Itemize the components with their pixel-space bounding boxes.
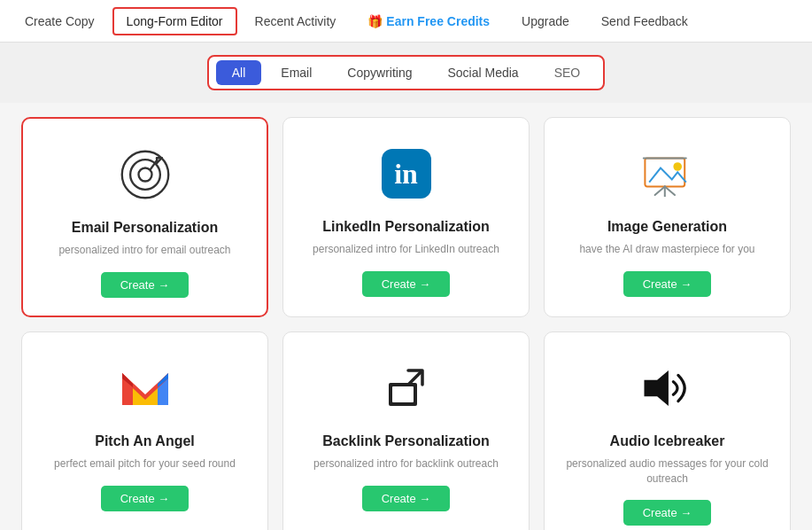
filter-email[interactable]: Email	[265, 60, 328, 85]
image-generation-title: Image Generation	[607, 219, 727, 235]
svg-line-15	[408, 371, 421, 385]
card-linkedin-personalization: in LinkedIn Personalization personalized…	[282, 117, 530, 317]
linkedin-icon: in	[375, 143, 437, 205]
card-audio-icebreaker: Audio Icebreaker personalized audio mess…	[544, 331, 791, 530]
cards-row-1: Email Personalization personalized intro…	[21, 117, 791, 317]
filter-social-media[interactable]: Social Media	[431, 60, 534, 85]
svg-marker-16	[644, 370, 668, 406]
image-generation-create-btn[interactable]: Create →	[623, 271, 712, 297]
nav-create-copy[interactable]: Create Copy	[11, 7, 109, 35]
email-personalization-create-btn[interactable]: Create →	[101, 272, 189, 298]
nav-send-feedback[interactable]: Send Feedback	[587, 7, 702, 35]
audio-icebreaker-title: Audio Icebreaker	[610, 433, 725, 449]
linkedin-personalization-create-btn[interactable]: Create →	[362, 271, 451, 297]
backlink-personalization-title: Backlink Personalization	[322, 433, 490, 449]
nav-earn-free-credits[interactable]: Earn Free Credits	[353, 7, 504, 35]
top-nav: Create Copy Long-Form Editor Recent Acti…	[0, 0, 812, 43]
email-personalization-title: Email Personalization	[72, 220, 218, 236]
nav-recent-activity[interactable]: Recent Activity	[241, 7, 351, 35]
share-icon	[375, 357, 437, 419]
pitch-an-angel-create-btn[interactable]: Create →	[101, 486, 189, 511]
linkedin-personalization-desc: personalized intro for LinkedIn outreach	[313, 242, 499, 257]
image-generation-desc: have the AI draw masterpiece for you	[579, 242, 754, 257]
card-pitch-an-angel: Pitch An Angel perfect email pitch for y…	[21, 331, 268, 530]
svg-line-9	[654, 186, 664, 195]
backlink-personalization-desc: personalized intro for backlink outreach	[313, 456, 499, 472]
filter-bar: All Email Copywriting Social Media SEO	[0, 43, 812, 103]
email-personalization-desc: personalized intro for email outreach	[58, 243, 230, 258]
card-image-generation: Image Generation have the AI draw master…	[544, 117, 791, 317]
cards-row-2: Pitch An Angel perfect email pitch for y…	[21, 331, 791, 530]
svg-point-1	[130, 160, 160, 190]
gmail-icon	[114, 357, 176, 419]
filter-copywriting[interactable]: Copywriting	[331, 60, 428, 85]
audio-icebreaker-create-btn[interactable]: Create →	[623, 500, 712, 526]
nav-long-form-editor[interactable]: Long-Form Editor	[112, 7, 237, 35]
cards-area: Email Personalization personalized intro…	[0, 103, 812, 530]
svg-point-8	[673, 162, 682, 171]
image-gen-icon	[637, 143, 699, 205]
filter-inner: All Email Copywriting Social Media SEO	[207, 55, 605, 90]
svg-rect-14	[392, 386, 414, 402]
filter-all[interactable]: All	[216, 60, 262, 85]
audio-icon	[637, 357, 699, 419]
card-email-personalization: Email Personalization personalized intro…	[21, 117, 268, 317]
backlink-personalization-create-btn[interactable]: Create →	[362, 486, 451, 511]
filter-seo[interactable]: SEO	[538, 60, 597, 85]
target-icon	[114, 144, 176, 206]
svg-line-11	[664, 186, 674, 195]
linkedin-personalization-title: LinkedIn Personalization	[322, 219, 489, 235]
pitch-an-angel-title: Pitch An Angel	[95, 433, 195, 449]
audio-icebreaker-desc: personalized audio messages for your col…	[562, 456, 772, 487]
card-backlink-personalization: Backlink Personalization personalized in…	[282, 331, 530, 530]
nav-upgrade[interactable]: Upgrade	[507, 7, 584, 35]
pitch-an-angel-desc: perfect email pitch for your seed round	[54, 456, 236, 472]
